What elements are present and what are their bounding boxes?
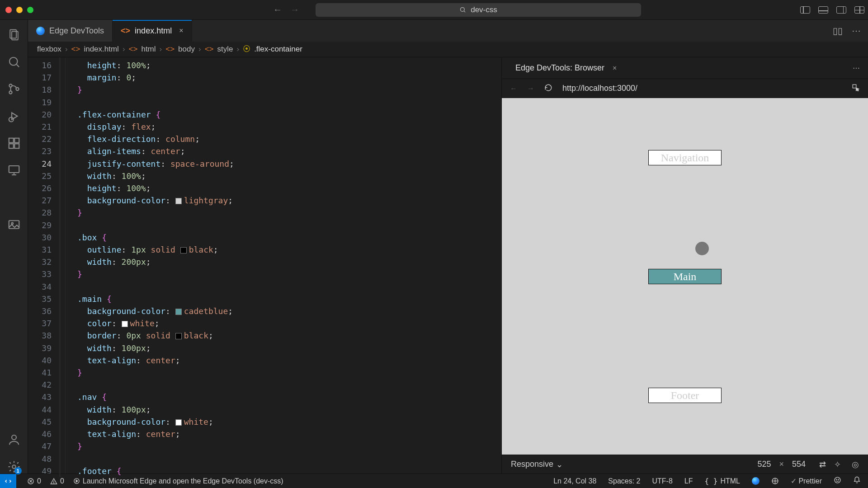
close-browser-tab-icon[interactable]: × bbox=[613, 64, 617, 72]
language-mode[interactable]: { }HTML bbox=[705, 477, 740, 485]
source-control-icon[interactable] bbox=[7, 82, 21, 96]
svg-point-0 bbox=[461, 8, 465, 12]
tab-label: Edge DevTools bbox=[49, 26, 104, 36]
indentation[interactable]: Spaces: 2 bbox=[608, 477, 640, 485]
svg-point-10 bbox=[9, 117, 13, 122]
tab-edge-devtools[interactable]: Edge DevTools bbox=[28, 20, 113, 42]
settings-gear-icon[interactable]: 1 bbox=[7, 460, 21, 474]
layout-sidebar-right-icon[interactable] bbox=[836, 6, 846, 14]
tab-index-html[interactable]: <> index.html × bbox=[113, 20, 192, 42]
tab-strip: Edge DevTools <> index.html × ▯▯ ⋯ bbox=[28, 20, 868, 42]
launch-edge-task[interactable]: Launch Microsoft Edge and open the Edge … bbox=[73, 477, 283, 485]
cursor-position[interactable]: Ln 24, Col 38 bbox=[553, 477, 596, 485]
svg-point-4 bbox=[9, 57, 18, 66]
code-content[interactable]: height: 100%; margin: 0; } .flex-contain… bbox=[60, 57, 501, 477]
eol[interactable]: LF bbox=[684, 477, 693, 485]
prettier-status[interactable]: Prettier bbox=[791, 477, 822, 485]
remote-explorer-icon[interactable] bbox=[7, 164, 21, 177]
history-nav: ← → bbox=[273, 5, 299, 15]
svg-rect-13 bbox=[9, 144, 13, 148]
code-editor[interactable]: 1617181920212223242526272829303132333435… bbox=[28, 57, 502, 474]
preview-viewport[interactable]: Navigation Main Footer bbox=[502, 98, 868, 455]
chevron-down-icon: ⌄ bbox=[556, 460, 563, 469]
layout-grid-icon[interactable] bbox=[854, 6, 864, 14]
browser-panel: Edge DevTools: Browser × ⋯ ← → http://lo… bbox=[502, 57, 868, 474]
editor-area: Edge DevTools <> index.html × ▯▯ ⋯ flexb… bbox=[28, 20, 868, 474]
layout-panel-icon[interactable] bbox=[818, 6, 828, 14]
wand-icon[interactable]: ✧ bbox=[834, 460, 841, 469]
tab-label: index.html bbox=[135, 26, 172, 36]
viewport-height[interactable]: 554 bbox=[792, 460, 806, 469]
preview-nav-box: Navigation bbox=[649, 150, 721, 165]
svg-point-34 bbox=[836, 479, 837, 480]
browser-toolbar: ← → http://localhost:3000/ bbox=[502, 79, 868, 98]
html-file-icon: <> bbox=[121, 26, 130, 36]
notifications-icon[interactable] bbox=[853, 476, 861, 486]
preview-footer-box: Footer bbox=[649, 388, 721, 403]
svg-marker-29 bbox=[76, 480, 78, 482]
browser-tab[interactable]: Edge DevTools: Browser × ⋯ bbox=[502, 57, 868, 79]
svg-rect-14 bbox=[14, 144, 19, 148]
edge-icon bbox=[36, 27, 45, 35]
image-icon[interactable] bbox=[7, 218, 21, 231]
svg-rect-22 bbox=[853, 84, 856, 88]
device-toolbar: Responsive ⌄ 525 × 554 ⇄ ✧ ◎ bbox=[502, 455, 868, 474]
url-text[interactable]: http://localhost:3000/ bbox=[562, 84, 637, 93]
remote-indicator[interactable] bbox=[0, 474, 16, 488]
browser-tab-label: Edge DevTools: Browser bbox=[515, 63, 604, 73]
more-icon[interactable]: ⋯ bbox=[853, 64, 860, 72]
close-window-icon[interactable] bbox=[5, 7, 12, 13]
rotate-icon[interactable]: ⇄ bbox=[819, 460, 826, 469]
command-center[interactable]: dev-css bbox=[316, 3, 641, 17]
search-icon[interactable] bbox=[7, 55, 21, 69]
svg-point-20 bbox=[12, 435, 16, 440]
svg-point-27 bbox=[53, 482, 54, 483]
target-icon[interactable]: ◎ bbox=[852, 460, 859, 469]
layout-controls bbox=[800, 6, 864, 14]
search-icon bbox=[459, 6, 466, 13]
explorer-icon[interactable] bbox=[7, 28, 21, 42]
preview-main-box: Main bbox=[649, 269, 721, 284]
close-tab-icon[interactable]: × bbox=[179, 27, 183, 35]
titlebar: ← → dev-css bbox=[0, 0, 868, 20]
command-center-text: dev-css bbox=[471, 5, 497, 14]
edge-status-icon[interactable] bbox=[752, 477, 760, 485]
line-gutter: 1617181920212223242526272829303132333435… bbox=[28, 57, 60, 474]
browser-back-icon: ← bbox=[510, 84, 517, 93]
minimize-window-icon[interactable] bbox=[16, 7, 23, 13]
extensions-icon[interactable] bbox=[7, 136, 21, 150]
reload-icon[interactable] bbox=[544, 84, 552, 94]
breadcrumb[interactable]: flexbox› <>index.html› <>html› <>body› <… bbox=[28, 42, 868, 57]
forward-icon: → bbox=[290, 5, 299, 15]
encoding[interactable]: UTF-8 bbox=[652, 477, 673, 485]
svg-point-35 bbox=[838, 479, 839, 480]
times-icon: × bbox=[779, 460, 784, 469]
feedback-icon[interactable] bbox=[834, 476, 841, 486]
svg-rect-11 bbox=[9, 138, 13, 143]
update-badge: 1 bbox=[14, 467, 22, 474]
maximize-window-icon[interactable] bbox=[27, 7, 33, 13]
svg-point-7 bbox=[9, 91, 12, 94]
inspect-icon[interactable] bbox=[852, 84, 860, 94]
svg-rect-12 bbox=[14, 138, 19, 143]
svg-point-33 bbox=[835, 477, 840, 483]
more-actions-icon[interactable]: ⋯ bbox=[852, 25, 861, 36]
layout-sidebar-left-icon[interactable] bbox=[800, 6, 810, 14]
window-controls bbox=[5, 7, 33, 13]
back-icon[interactable]: ← bbox=[273, 5, 282, 15]
edge-tools-icon[interactable] bbox=[7, 191, 21, 204]
live-share-icon[interactable] bbox=[771, 477, 779, 485]
svg-line-1 bbox=[464, 11, 466, 12]
problems-warnings[interactable]: 0 bbox=[50, 477, 64, 485]
editor-actions: ▯▯ ⋯ bbox=[826, 20, 868, 42]
accounts-icon[interactable] bbox=[7, 433, 21, 446]
problems-errors[interactable]: 0 bbox=[27, 477, 41, 485]
viewport-width[interactable]: 525 bbox=[757, 460, 771, 469]
device-select[interactable]: Responsive ⌄ bbox=[511, 460, 563, 469]
touch-cursor-icon bbox=[695, 242, 709, 255]
split-editor-icon[interactable]: ▯▯ bbox=[833, 25, 843, 36]
run-debug-icon[interactable] bbox=[7, 109, 21, 123]
browser-forward-icon: → bbox=[527, 84, 534, 93]
activity-bar: 1 bbox=[0, 20, 28, 474]
svg-rect-15 bbox=[9, 166, 19, 173]
